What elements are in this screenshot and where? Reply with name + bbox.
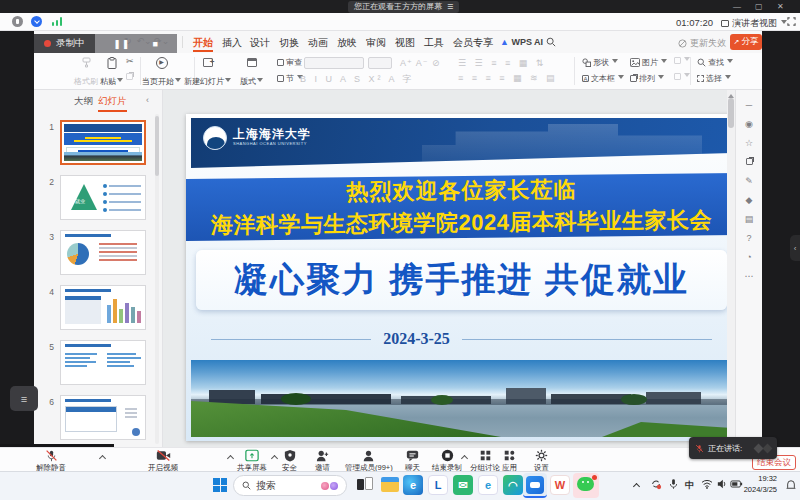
notification-icon[interactable] [786,479,796,490]
layers-icon[interactable] [746,157,753,167]
side-panel-handle[interactable]: ‹ [790,235,800,261]
fill-button[interactable] [674,57,690,64]
search-icon[interactable] [546,37,556,47]
font-name-select[interactable] [304,57,364,69]
restore-button[interactable]: ▢ [755,0,763,13]
task-view-icon[interactable] [357,477,373,493]
unmute-button[interactable]: 解除静音 [36,449,66,473]
manage-members-button[interactable]: 管理成员(99+) [345,449,393,473]
tab-member[interactable]: 会员专享 [453,35,493,52]
invite-button[interactable]: 邀请 [315,449,330,473]
update-status[interactable]: 更新失效 [678,37,726,50]
browser360-icon[interactable]: ◠ [503,475,523,495]
file-explorer-icon[interactable] [381,477,399,492]
tab-tools[interactable]: 工具 [424,35,444,52]
shield-status-icon[interactable] [31,16,42,27]
slides-tab[interactable]: 幻灯片 [98,95,127,112]
font-size-select[interactable] [368,57,392,69]
font-grow-shrink[interactable]: A⁺ A⁻ ⊘ [400,58,441,68]
align-buttons[interactable]: ≡ ≡ ≡ ≡ ▦ ≋ ▤ [458,73,558,83]
minimize-button[interactable]: — [733,0,741,13]
mail-icon[interactable]: ✉ [453,475,473,495]
edge-icon[interactable]: e [403,475,423,495]
collapse-panel-icon[interactable]: ‹ [146,95,149,105]
tray-expand-icon[interactable] [634,481,639,491]
windows-start-button[interactable] [213,478,227,492]
select-button[interactable]: 选择 [697,73,731,84]
notes-icon[interactable]: ▤ [745,214,754,224]
tab-slideshow[interactable]: 放映 [337,35,357,52]
taskbar-clock[interactable]: 19:32 2024/3/25 [737,474,777,495]
slide-thumbnail-6[interactable] [60,395,146,440]
volume-icon[interactable] [716,479,728,489]
video-options-caret[interactable] [228,452,233,463]
slide-thumbnail-2[interactable]: 就业 [60,175,146,220]
tray-sync-icon[interactable] [650,478,662,490]
font-style-buttons[interactable]: B I U A S X² A 字 [300,73,415,86]
tab-insert[interactable]: 插入 [222,35,242,52]
share-button[interactable]: ↗分享 [730,34,762,50]
tray-mic-icon[interactable] [668,478,679,490]
fullscreen-icon[interactable] [787,17,796,26]
wechat-icon[interactable] [573,473,599,498]
pause-recording-button[interactable]: ❚❚ [114,39,131,49]
animation-icon[interactable]: ◆ [746,195,753,205]
shape-button[interactable]: 形状 [582,57,618,68]
settings-button[interactable]: 设置 [534,449,549,473]
ime-indicator[interactable]: 中 [685,479,694,492]
copy-icon[interactable] [126,71,133,82]
tab-view[interactable]: 视图 [395,35,415,52]
panel-scrollbar[interactable] [155,114,159,444]
properties-icon[interactable]: ◉ [745,119,753,129]
wps-ai-tab[interactable]: ▲ WPS AI [500,37,543,47]
chat-button[interactable]: 聊天 [405,449,420,473]
share-options-caret[interactable] [272,452,277,463]
security-button[interactable]: 安全 [282,449,297,473]
floating-list-button[interactable]: ≡ [10,386,38,411]
mic-options-caret[interactable] [100,452,105,463]
stop-record-button[interactable]: 结束录制 [432,449,462,473]
textbox-button[interactable]: A 文本框 [582,73,624,84]
outline-tab[interactable]: 大纲 [74,95,93,108]
slide-main[interactable]: 上海海洋大学 SHANGHAI OCEAN UNIVERSITY 热烈欢迎各位家… [186,114,737,441]
format-painter-button[interactable]: 格式刷 [74,56,98,87]
slide-thumbnail-5[interactable] [60,340,146,385]
tab-transition[interactable]: 切换 [279,35,299,52]
record-options-caret[interactable] [462,452,467,463]
tab-animation[interactable]: 动画 [308,35,328,52]
ie-icon[interactable]: e [478,475,498,495]
meeting-app-icon[interactable] [523,473,547,498]
picture-button[interactable]: 图片 [630,57,667,68]
share-screen-button[interactable]: 共享屏幕 [237,449,267,473]
start-video-button[interactable]: 开启视频 [148,449,178,473]
new-slide-button[interactable]: +新建幻灯片 [184,56,231,87]
audio-status-icon[interactable] [12,16,23,27]
review-button[interactable]: 审查 [277,57,302,68]
wps-icon[interactable]: W [550,475,570,495]
banner-menu-icon[interactable]: ☰ [447,1,453,13]
wifi-icon[interactable] [701,479,713,489]
apps-button[interactable]: 应用 [502,449,517,473]
slide-thumbnail-4[interactable] [60,285,146,330]
breakout-rooms-button[interactable]: 分组讨论 [470,449,500,473]
vertical-scrollbar[interactable] [727,90,735,447]
taskbar-search[interactable]: 搜索 [233,475,347,496]
play-from-current-button[interactable]: ▶当页开始 [142,56,181,87]
layout-button[interactable]: 版式 [240,56,263,87]
outline-button[interactable] [674,73,690,80]
cut-icon[interactable]: ✂ [126,56,134,66]
more-icon[interactable]: ⋯ [745,271,754,281]
list-buttons[interactable]: ☰ ☰ ≡ ≡ ▦ ⇅ [458,58,546,68]
view-mode-dropdown[interactable]: 演讲者视图 [721,17,787,30]
find-button[interactable]: 查找 [697,57,733,68]
paste-button[interactable]: 粘贴 [100,56,123,87]
tab-review[interactable]: 审阅 [366,35,386,52]
slide-thumbnail-3[interactable] [60,230,146,275]
tab-home[interactable]: 开始 [193,35,213,52]
star-icon[interactable]: ☆ [745,138,753,148]
browser2-icon[interactable]: L [428,475,448,495]
close-button[interactable]: ✕ [777,0,784,13]
stop-recording-button[interactable]: ■ [153,39,158,49]
history-icon[interactable]: ◔ [746,252,751,262]
slide-thumbnail-1[interactable] [60,120,146,165]
